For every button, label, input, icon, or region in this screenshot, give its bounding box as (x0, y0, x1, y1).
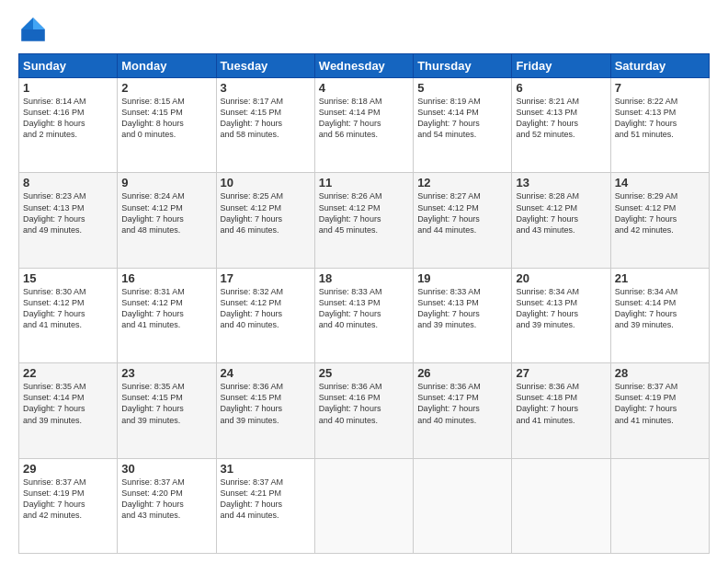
calendar-cell: 26Sunrise: 8:36 AM Sunset: 4:17 PM Dayli… (414, 363, 512, 458)
day-info: Sunrise: 8:27 AM Sunset: 4:12 PM Dayligh… (417, 190, 507, 236)
calendar-cell: 17Sunrise: 8:32 AM Sunset: 4:12 PM Dayli… (216, 268, 314, 362)
weekday-header-saturday: Saturday (610, 54, 709, 78)
calendar-cell: 21Sunrise: 8:34 AM Sunset: 4:14 PM Dayli… (610, 268, 709, 362)
weekday-header-row: SundayMondayTuesdayWednesdayThursdayFrid… (19, 54, 710, 78)
calendar-week-4: 22Sunrise: 8:35 AM Sunset: 4:14 PM Dayli… (19, 363, 710, 458)
calendar-body: 1Sunrise: 8:14 AM Sunset: 4:16 PM Daylig… (19, 78, 710, 554)
day-number: 29 (23, 462, 113, 476)
day-number: 5 (417, 81, 507, 95)
day-number: 17 (221, 271, 311, 285)
day-info: Sunrise: 8:36 AM Sunset: 4:16 PM Dayligh… (319, 381, 409, 426)
calendar-week-3: 15Sunrise: 8:30 AM Sunset: 4:12 PM Dayli… (19, 268, 710, 362)
day-number: 27 (516, 366, 606, 380)
calendar-cell: 7Sunrise: 8:22 AM Sunset: 4:13 PM Daylig… (610, 78, 709, 173)
weekday-header-wednesday: Wednesday (314, 54, 413, 78)
day-info: Sunrise: 8:18 AM Sunset: 4:14 PM Dayligh… (319, 96, 409, 141)
calendar-cell: 11Sunrise: 8:26 AM Sunset: 4:12 PM Dayli… (314, 173, 413, 268)
calendar-cell (512, 458, 610, 553)
calendar-week-5: 29Sunrise: 8:37 AM Sunset: 4:19 PM Dayli… (19, 458, 710, 553)
calendar-cell: 9Sunrise: 8:24 AM Sunset: 4:12 PM Daylig… (118, 173, 216, 268)
calendar-cell: 13Sunrise: 8:28 AM Sunset: 4:12 PM Dayli… (512, 173, 610, 268)
day-info: Sunrise: 8:37 AM Sunset: 4:20 PM Dayligh… (121, 477, 211, 522)
day-info: Sunrise: 8:25 AM Sunset: 4:12 PM Dayligh… (221, 190, 311, 236)
calendar-cell: 14Sunrise: 8:29 AM Sunset: 4:12 PM Dayli… (610, 173, 709, 268)
day-info: Sunrise: 8:29 AM Sunset: 4:12 PM Dayligh… (615, 190, 705, 236)
header (18, 15, 710, 44)
calendar-cell: 1Sunrise: 8:14 AM Sunset: 4:16 PM Daylig… (19, 78, 118, 173)
weekday-header-monday: Monday (118, 54, 216, 78)
day-info: Sunrise: 8:36 AM Sunset: 4:17 PM Dayligh… (417, 381, 507, 426)
calendar-cell: 23Sunrise: 8:35 AM Sunset: 4:15 PM Dayli… (118, 363, 216, 458)
calendar-cell (314, 458, 413, 553)
day-number: 31 (221, 462, 311, 476)
weekday-header-sunday: Sunday (19, 54, 118, 78)
calendar-cell: 30Sunrise: 8:37 AM Sunset: 4:20 PM Dayli… (118, 458, 216, 553)
day-number: 3 (221, 81, 311, 95)
day-number: 4 (319, 81, 409, 95)
calendar-cell: 31Sunrise: 8:37 AM Sunset: 4:21 PM Dayli… (216, 458, 314, 553)
day-number: 6 (516, 81, 606, 95)
day-number: 12 (417, 176, 507, 190)
calendar-cell: 6Sunrise: 8:21 AM Sunset: 4:13 PM Daylig… (512, 78, 610, 173)
day-number: 15 (23, 271, 113, 285)
day-info: Sunrise: 8:31 AM Sunset: 4:12 PM Dayligh… (121, 286, 211, 331)
calendar-cell: 16Sunrise: 8:31 AM Sunset: 4:12 PM Dayli… (118, 268, 216, 362)
day-number: 20 (516, 271, 606, 285)
day-number: 21 (615, 271, 705, 285)
day-number: 13 (516, 176, 606, 190)
day-info: Sunrise: 8:24 AM Sunset: 4:12 PM Dayligh… (121, 190, 211, 236)
day-number: 24 (221, 366, 311, 380)
day-info: Sunrise: 8:17 AM Sunset: 4:15 PM Dayligh… (221, 96, 311, 141)
day-info: Sunrise: 8:26 AM Sunset: 4:12 PM Dayligh… (319, 190, 409, 236)
calendar-cell: 3Sunrise: 8:17 AM Sunset: 4:15 PM Daylig… (216, 78, 314, 173)
page: SundayMondayTuesdayWednesdayThursdayFrid… (0, 0, 728, 563)
day-number: 25 (319, 366, 409, 380)
day-info: Sunrise: 8:35 AM Sunset: 4:15 PM Dayligh… (121, 381, 211, 426)
day-info: Sunrise: 8:37 AM Sunset: 4:21 PM Dayligh… (221, 477, 311, 522)
calendar-cell: 10Sunrise: 8:25 AM Sunset: 4:12 PM Dayli… (216, 173, 314, 268)
calendar-cell: 12Sunrise: 8:27 AM Sunset: 4:12 PM Dayli… (414, 173, 512, 268)
day-info: Sunrise: 8:14 AM Sunset: 4:16 PM Dayligh… (23, 96, 113, 141)
day-info: Sunrise: 8:36 AM Sunset: 4:18 PM Dayligh… (516, 381, 606, 426)
calendar-cell: 15Sunrise: 8:30 AM Sunset: 4:12 PM Dayli… (19, 268, 118, 362)
calendar-cell: 28Sunrise: 8:37 AM Sunset: 4:19 PM Dayli… (610, 363, 709, 458)
calendar-cell: 2Sunrise: 8:15 AM Sunset: 4:15 PM Daylig… (118, 78, 216, 173)
calendar-cell: 4Sunrise: 8:18 AM Sunset: 4:14 PM Daylig… (314, 78, 413, 173)
calendar-cell: 5Sunrise: 8:19 AM Sunset: 4:14 PM Daylig… (414, 78, 512, 173)
logo-icon (18, 15, 48, 44)
day-number: 22 (23, 366, 113, 380)
calendar-cell (610, 458, 709, 553)
day-number: 16 (121, 271, 211, 285)
calendar-cell: 19Sunrise: 8:33 AM Sunset: 4:13 PM Dayli… (414, 268, 512, 362)
day-info: Sunrise: 8:22 AM Sunset: 4:13 PM Dayligh… (615, 96, 705, 141)
day-info: Sunrise: 8:37 AM Sunset: 4:19 PM Dayligh… (615, 381, 705, 426)
day-number: 18 (319, 271, 409, 285)
day-number: 26 (417, 366, 507, 380)
day-number: 30 (121, 462, 211, 476)
calendar-cell: 24Sunrise: 8:36 AM Sunset: 4:15 PM Dayli… (216, 363, 314, 458)
calendar-cell: 8Sunrise: 8:23 AM Sunset: 4:13 PM Daylig… (19, 173, 118, 268)
day-number: 9 (121, 176, 211, 190)
day-number: 28 (615, 366, 705, 380)
day-info: Sunrise: 8:34 AM Sunset: 4:13 PM Dayligh… (516, 286, 606, 331)
day-number: 11 (319, 176, 409, 190)
day-number: 19 (417, 271, 507, 285)
logo (18, 15, 51, 44)
day-info: Sunrise: 8:34 AM Sunset: 4:14 PM Dayligh… (615, 286, 705, 331)
day-info: Sunrise: 8:23 AM Sunset: 4:13 PM Dayligh… (23, 190, 113, 236)
calendar-header: SundayMondayTuesdayWednesdayThursdayFrid… (19, 54, 710, 78)
calendar-cell: 29Sunrise: 8:37 AM Sunset: 4:19 PM Dayli… (19, 458, 118, 553)
day-info: Sunrise: 8:36 AM Sunset: 4:15 PM Dayligh… (221, 381, 311, 426)
weekday-header-friday: Friday (512, 54, 610, 78)
day-number: 14 (615, 176, 705, 190)
weekday-header-thursday: Thursday (414, 54, 512, 78)
day-info: Sunrise: 8:37 AM Sunset: 4:19 PM Dayligh… (23, 477, 113, 522)
day-info: Sunrise: 8:32 AM Sunset: 4:12 PM Dayligh… (221, 286, 311, 331)
calendar-week-2: 8Sunrise: 8:23 AM Sunset: 4:13 PM Daylig… (19, 173, 710, 268)
day-info: Sunrise: 8:30 AM Sunset: 4:12 PM Dayligh… (23, 286, 113, 331)
day-info: Sunrise: 8:21 AM Sunset: 4:13 PM Dayligh… (516, 96, 606, 141)
calendar-cell: 18Sunrise: 8:33 AM Sunset: 4:13 PM Dayli… (314, 268, 413, 362)
day-number: 23 (121, 366, 211, 380)
day-number: 10 (221, 176, 311, 190)
calendar-cell: 22Sunrise: 8:35 AM Sunset: 4:14 PM Dayli… (19, 363, 118, 458)
